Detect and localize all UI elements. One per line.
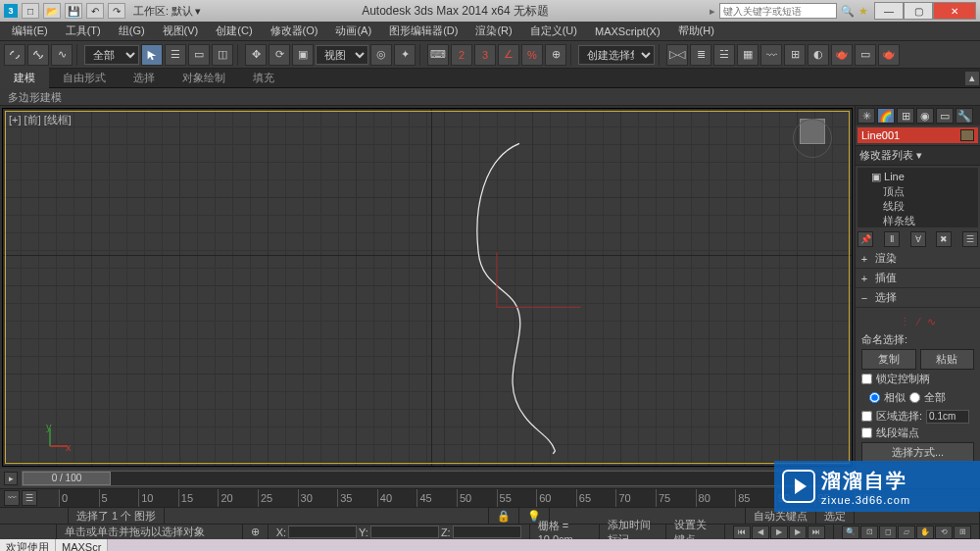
time-ruler[interactable]: 0510152025303540455055606570758085909510… — [59, 489, 855, 507]
menu-maxscript[interactable]: MAXScript(X) — [587, 24, 668, 39]
stack-sub-spline[interactable]: 样条线 — [859, 214, 976, 227]
menu-group[interactable]: 组(G) — [111, 22, 153, 40]
app-icon[interactable]: 3 — [4, 4, 18, 18]
time-slider-thumb[interactable]: 0 / 100 — [23, 472, 111, 485]
rotate-icon[interactable]: ⟳ — [269, 44, 290, 66]
move-icon[interactable]: ✥ — [245, 44, 267, 66]
sub-vertex-icon[interactable]: ⋮ — [900, 316, 910, 328]
zoom-all-icon[interactable]: ⊡ — [860, 526, 878, 539]
maxscript-mini-listener[interactable] — [108, 539, 980, 551]
z-input[interactable] — [453, 526, 521, 538]
modifier-stack[interactable]: ▣ Line 顶点 线段 样条线 — [858, 168, 978, 227]
modifier-list-dropdown[interactable]: 修改器列表 ▾ — [856, 145, 980, 166]
maximize-viewport-icon[interactable]: ⊞ — [954, 526, 971, 539]
search-icon[interactable]: 🔍 — [841, 5, 855, 18]
menu-edit[interactable]: 编辑(E) — [4, 22, 56, 40]
render-setup-icon[interactable]: 🫖 — [831, 44, 853, 66]
sub-spline-icon[interactable]: ∿ — [927, 316, 936, 328]
select-name-icon[interactable]: ☰ — [165, 44, 186, 66]
stack-item-line[interactable]: ▣ Line — [859, 170, 976, 184]
ribbon-tab-modeling[interactable]: 建模 — [0, 68, 49, 88]
ribbon-tab-populate[interactable]: 填充 — [239, 68, 288, 88]
alike-radio[interactable]: 相似 — [869, 390, 906, 405]
show-end-icon[interactable]: Ⅱ — [884, 231, 900, 247]
paste-button[interactable]: 粘贴 — [920, 349, 975, 370]
area-select-spinner[interactable]: 0.1cm — [926, 410, 969, 424]
scale-icon[interactable]: ▣ — [292, 44, 314, 66]
schematic-icon[interactable]: ⊞ — [784, 44, 806, 66]
copy-button[interactable]: 复制 — [861, 349, 916, 370]
render-icon[interactable]: 🫖 — [878, 44, 900, 66]
trackbar-toggle-icon[interactable]: ☰ — [22, 490, 37, 506]
object-name-field[interactable]: Line001 — [858, 127, 978, 143]
ribbon-tab-objectpaint[interactable]: 对象绘制 — [169, 68, 239, 88]
snap-percent-icon[interactable]: % — [521, 44, 543, 66]
spline-curve[interactable] — [3, 109, 852, 466]
lock-selection-icon[interactable]: 🔒 — [489, 508, 519, 524]
snap-2d-icon[interactable]: 2 — [451, 44, 472, 66]
menu-help[interactable]: 帮助(H) — [670, 22, 722, 40]
curve-editor-icon[interactable]: 〰 — [760, 44, 782, 66]
cmd-tab-create-icon[interactable]: ✳ — [858, 108, 875, 124]
window-crossing-icon[interactable]: ◫ — [212, 44, 233, 66]
menu-animation[interactable]: 动画(A) — [327, 22, 379, 40]
object-color-swatch[interactable] — [960, 129, 974, 141]
pan-icon[interactable]: ✋ — [916, 526, 934, 539]
menu-rendering[interactable]: 渲染(R) — [467, 22, 519, 40]
zoom-icon[interactable]: 🔍 — [842, 526, 859, 539]
stack-sub-vertex[interactable]: 顶点 — [859, 184, 976, 199]
cmd-tab-hierarchy-icon[interactable]: ⊞ — [897, 108, 914, 124]
play-icon[interactable]: ▶ — [770, 526, 788, 539]
next-frame-icon[interactable]: ▶ — [789, 526, 807, 539]
viewport[interactable]: [+] [前] [线框] y x — [2, 108, 853, 467]
rollout-selection[interactable]: − 选择 — [856, 288, 980, 308]
time-tag-button[interactable]: 添加时间标记 — [600, 525, 666, 539]
viewport-label[interactable]: [+] [前] [线框] — [9, 113, 72, 127]
x-input[interactable] — [288, 526, 357, 538]
abs-rel-icon[interactable]: ⊕ — [243, 525, 269, 539]
menu-tools[interactable]: 工具(T) — [58, 22, 109, 40]
cmd-tab-motion-icon[interactable]: ◉ — [916, 108, 934, 124]
snap-angle-icon[interactable]: ∠ — [498, 44, 519, 66]
mini-curve-icon[interactable]: 〰 — [4, 490, 20, 506]
favorite-icon[interactable]: ★ — [858, 5, 868, 18]
select-icon[interactable] — [141, 44, 163, 66]
rollout-render[interactable]: + 渲染 — [856, 249, 980, 269]
qat-new-icon[interactable]: □ — [22, 3, 39, 19]
y-input[interactable] — [370, 526, 439, 538]
unique-icon[interactable]: ∀ — [910, 231, 926, 247]
named-selection-sets[interactable]: 创建选择集 — [578, 45, 655, 65]
material-editor-icon[interactable]: ◐ — [808, 44, 829, 66]
prev-frame-icon[interactable]: ◀ — [752, 526, 769, 539]
sub-segment-icon[interactable]: ∕ — [918, 316, 920, 328]
refcoord-system[interactable]: 视图 — [316, 45, 368, 65]
qat-redo-icon[interactable]: ↷ — [108, 3, 125, 19]
select-region-icon[interactable]: ▭ — [188, 44, 210, 66]
cmd-tab-modify-icon[interactable]: 🌈 — [877, 108, 895, 124]
timeslider-expand-icon[interactable]: ▸ — [4, 472, 18, 485]
goto-end-icon[interactable]: ⏭ — [808, 526, 825, 539]
bind-icon[interactable]: ∿ — [51, 44, 73, 66]
layers-icon[interactable]: ☱ — [713, 44, 735, 66]
render-frame-icon[interactable]: ▭ — [855, 44, 876, 66]
selection-filter[interactable]: 全部 — [84, 45, 139, 65]
menu-create[interactable]: 创建(C) — [208, 22, 260, 40]
keymode-icon[interactable]: ⌨ — [427, 44, 449, 66]
mirror-icon[interactable]: ▷◁ — [666, 44, 688, 66]
menu-modifiers[interactable]: 修改器(O) — [263, 22, 326, 40]
menu-views[interactable]: 视图(V) — [155, 22, 207, 40]
cmd-tab-utilities-icon[interactable]: 🔧 — [956, 108, 973, 124]
ribbon-tab-freeform[interactable]: 自由形式 — [49, 68, 120, 88]
menu-customize[interactable]: 自定义(U) — [522, 22, 585, 40]
align-icon[interactable]: ≣ — [690, 44, 711, 66]
spinner-snap-icon[interactable]: ⊕ — [545, 44, 566, 66]
cmd-tab-display-icon[interactable]: ▭ — [936, 108, 954, 124]
qat-save-icon[interactable]: 💾 — [65, 3, 82, 19]
pivot-icon[interactable]: ◎ — [370, 44, 392, 66]
lock-handles-checkbox[interactable]: 锁定控制柄 — [861, 372, 974, 386]
menu-grapheditors[interactable]: 图形编辑器(D) — [381, 22, 466, 40]
segment-end-checkbox[interactable]: 线段端点 — [861, 426, 974, 440]
minimize-button[interactable]: — — [874, 2, 904, 20]
ribbon-tab-selection[interactable]: 选择 — [120, 68, 169, 88]
zoom-extents-icon[interactable]: ◻ — [879, 526, 897, 539]
